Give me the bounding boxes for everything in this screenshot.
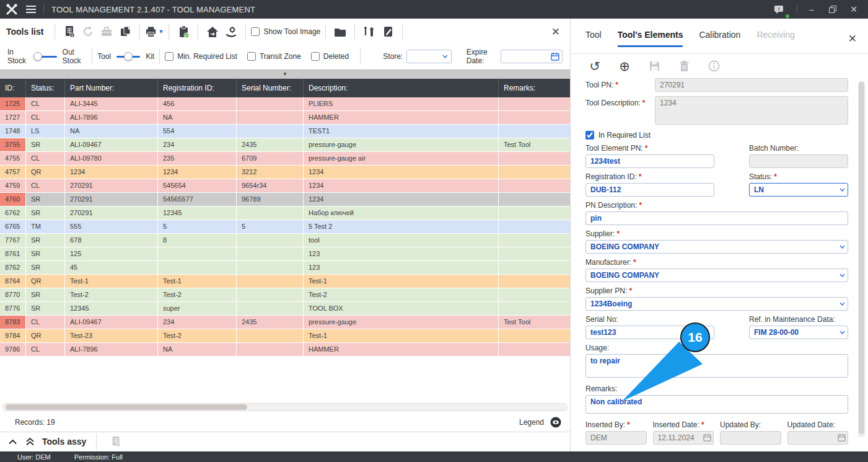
stock-toggle[interactable] [33, 52, 57, 61]
column-header[interactable]: Part Number: [65, 79, 158, 97]
table-row[interactable]: 6762SR27029112345Набор ключей [0, 207, 570, 220]
refresh-button[interactable] [79, 22, 97, 41]
export-excel-button[interactable]: x [60, 22, 79, 41]
in-required-list-checkbox[interactable] [585, 131, 594, 140]
folder-button[interactable] [331, 22, 349, 41]
table-row[interactable]: 8783CLALI-094672342435pressure-gaugeTest… [0, 316, 570, 329]
table-row[interactable]: 7767SR6788tool [0, 234, 570, 247]
table-row[interactable]: 3755SRALI-094672342435pressure-gaugeTest… [0, 138, 570, 152]
table-cell: TM [26, 220, 65, 233]
add-element-button[interactable]: ⊕ [616, 58, 633, 74]
tool-pn-label: Tool PN: [585, 81, 613, 89]
column-header[interactable]: Registration ID: [158, 79, 237, 97]
close-panel-icon[interactable]: ✕ [848, 32, 857, 45]
store-select[interactable] [406, 50, 452, 63]
vertical-scrollbar[interactable] [858, 81, 865, 437]
close-window-button[interactable]: ✕ [844, 1, 863, 17]
column-header[interactable]: Serial Number: [237, 79, 304, 97]
supplier-select[interactable] [585, 240, 848, 254]
save-button[interactable] [646, 58, 662, 74]
status-select[interactable] [749, 183, 848, 197]
app-logo-tools-icon [6, 4, 17, 15]
tool-pn-input[interactable] [655, 78, 848, 92]
horizontal-scrollbar[interactable] [2, 403, 568, 411]
hand-gear-button[interactable] [222, 22, 240, 41]
show-tool-image-label: Show Tool Image [263, 27, 320, 36]
column-header[interactable]: ID: [0, 79, 26, 97]
tools-wrench-button[interactable] [360, 22, 379, 41]
notification-chat-icon[interactable]: ! [769, 1, 788, 17]
tab-tool[interactable]: Tool [585, 30, 602, 45]
table-row[interactable]: 9786CLALI-7896NAHAMMER [0, 343, 570, 357]
batch-number-input[interactable] [749, 154, 848, 168]
serial-no-input[interactable] [585, 326, 714, 339]
delete-button[interactable] [676, 58, 692, 74]
assy-grid-button[interactable]: x [107, 432, 125, 451]
inserted-by-input[interactable] [585, 431, 647, 445]
edit-button[interactable] [379, 22, 397, 41]
tool-description-input[interactable]: 1234 [655, 96, 848, 125]
copy-move-button[interactable] [116, 22, 134, 41]
print-button[interactable]: ▼ [145, 22, 164, 41]
table-row[interactable]: 4755CLALI-097802356709pressure-gauge air [0, 152, 570, 166]
home-store-button[interactable] [203, 22, 222, 41]
table-row[interactable]: 4760SR27029154565577967891234 [0, 193, 570, 207]
table-row[interactable]: 8770SRTest-2Test-2Test-2 [0, 288, 570, 302]
element-form: Tool PN:* Tool Description:* 1234 In Req… [585, 78, 848, 445]
manufacturer-select[interactable] [585, 269, 848, 282]
registration-id-input[interactable] [585, 183, 714, 197]
updated-by-input[interactable] [720, 431, 781, 445]
column-header[interactable]: Description: [304, 79, 499, 97]
print-dropdown-caret-icon[interactable]: ▼ [159, 29, 164, 35]
expand-chevron-icon[interactable] [6, 435, 19, 448]
column-header[interactable]: Status: [26, 79, 65, 97]
transit-zone-checkbox[interactable] [247, 52, 256, 61]
close-tools-list-icon[interactable]: ✕ [548, 25, 564, 38]
table-cell: 54565577 [158, 193, 237, 206]
scrollbar-thumb[interactable] [859, 82, 864, 434]
legend-eye-icon[interactable] [550, 417, 561, 428]
info-button[interactable] [706, 58, 722, 74]
menu-hamburger-icon[interactable] [26, 6, 36, 13]
minimize-button[interactable]: – [802, 1, 821, 17]
column-header[interactable]: Remarks: [499, 79, 570, 97]
table-cell: Test-23 [65, 329, 158, 342]
toolbox-button[interactable] [97, 22, 116, 41]
table-row[interactable]: 1748LSNA554TEST1 [0, 125, 570, 138]
table-row[interactable]: 6765TM555555 Test 2 [0, 220, 570, 234]
tool-kit-toggle[interactable] [116, 52, 140, 61]
table-cell: 234 [158, 316, 237, 329]
usage-input[interactable]: to repair [585, 354, 848, 378]
table-row[interactable]: 1727CLALI-7896NAHAMMER [0, 111, 570, 125]
restore-button[interactable] [823, 1, 842, 17]
table-row[interactable]: 4759CL2702915456549654r341234 [0, 179, 570, 193]
table-row[interactable]: 8761SR125123 [0, 247, 570, 261]
tab-calibration[interactable]: Calibration [699, 30, 740, 45]
table-row[interactable]: 1725CLALI-3445456PLIERS [0, 97, 570, 111]
tab-tools-elements[interactable]: Tool's Elements [618, 30, 683, 47]
table-row[interactable]: 8764QRTest-1Test-1Test-1 [0, 275, 570, 288]
clipboard-check-button[interactable] [174, 22, 193, 41]
scrollbar-thumb[interactable] [6, 404, 247, 410]
table-row[interactable]: 9784QRTest-23Test-2Test-1 [0, 329, 570, 343]
pn-description-label: PN Description: [585, 201, 637, 210]
in-stock-label: In Stock [7, 48, 28, 65]
pn-description-input[interactable] [585, 211, 848, 225]
min-required-list-checkbox[interactable] [165, 52, 173, 61]
table-row[interactable]: 8776SR12345superTOOL BOX [0, 302, 570, 316]
show-tool-image-checkbox[interactable] [251, 27, 260, 36]
table-row[interactable]: 4757QR1234123432121234 [0, 166, 570, 179]
deleted-checkbox[interactable] [311, 52, 320, 61]
expire-date-input[interactable] [501, 50, 563, 63]
undo-refresh-button[interactable]: ↺ [587, 58, 603, 74]
table-cell [499, 179, 570, 192]
ref-maintenance-select[interactable] [749, 326, 848, 339]
tab-receiving[interactable]: Receiving [756, 30, 794, 45]
collapse-handle[interactable]: ▼ [0, 69, 570, 79]
table-row[interactable]: 8762SR45123 [0, 261, 570, 275]
expand-all-chevron-icon[interactable] [24, 435, 36, 448]
remarks-input[interactable]: Non calibrated [585, 395, 848, 414]
supplier-pn-select[interactable] [585, 297, 848, 311]
tool-element-pn-input[interactable] [585, 154, 714, 168]
table-cell: 8 [158, 234, 237, 247]
